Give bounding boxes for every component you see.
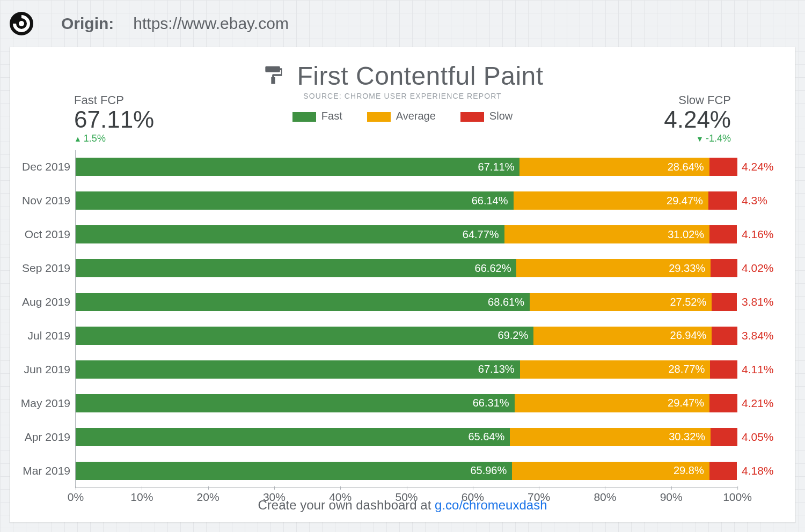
bar-segment-fast: 64.77% [76, 225, 504, 243]
bar-segment-fast: 67.13% [76, 360, 520, 379]
bar-row: Aug 201968.61%27.52%3.81% [76, 293, 737, 311]
bar-segment-average: 29.47% [515, 394, 709, 412]
origin-label: Origin: [61, 14, 114, 33]
origin-url: https://www.ebay.com [133, 14, 289, 33]
legend-fast: Fast [292, 110, 342, 122]
bar-segment-average: 26.94% [533, 327, 712, 345]
slow-value-label: 4.21% [742, 397, 793, 410]
kpi-slow-delta: ▼-1.4% [664, 133, 731, 144]
y-tick-label: May 2019 [13, 397, 70, 410]
bar-segment-average: 29.33% [516, 259, 711, 277]
slow-value-label: 3.81% [742, 295, 793, 308]
title-block: First Contentful Paint SOURCE: CHROME US… [10, 47, 795, 100]
y-tick-label: Oct 2019 [13, 228, 70, 241]
bar-segment-fast: 66.14% [76, 191, 514, 210]
bar-segment-slow [709, 225, 737, 243]
bar-segment-slow [710, 360, 737, 379]
bar-segment-slow [709, 158, 737, 176]
bar-segment-average: 31.02% [504, 225, 709, 243]
bar-segment-fast: 65.96% [76, 462, 512, 480]
bar-segment-fast: 67.11% [76, 158, 519, 176]
slow-value-label: 4.24% [742, 160, 793, 173]
header-bar: Origin: https://www.ebay.com [0, 0, 805, 47]
bar-segment-fast: 66.62% [76, 259, 516, 277]
footer-text: Create your own dashboard at [258, 498, 435, 512]
legend-average: Average [367, 110, 436, 122]
chart-panel: First Contentful Paint SOURCE: CHROME US… [10, 47, 795, 522]
bar-row: Apr 201965.64%30.32%4.05% [76, 428, 737, 446]
bar-segment-average: 30.32% [510, 428, 711, 446]
kpi-fast: Fast FCP 67.11% ▲1.5% [74, 93, 154, 144]
bar-row: Jul 201969.2%26.94%3.84% [76, 327, 737, 345]
bar-row: Nov 201966.14%29.47%4.3% [76, 191, 737, 210]
bar-segment-slow [709, 394, 737, 412]
bar-segment-fast: 65.64% [76, 428, 510, 446]
slow-value-label: 4.18% [742, 464, 793, 477]
bar-segment-slow [711, 428, 737, 446]
bar-row: Mar 201965.96%29.8%4.18% [76, 462, 737, 480]
slow-value-label: 3.84% [742, 329, 793, 342]
slow-value-label: 4.11% [742, 363, 793, 376]
slow-value-label: 4.3% [742, 194, 793, 207]
swatch-average-icon [367, 112, 391, 122]
y-tick-label: Mar 2019 [13, 464, 70, 477]
bar-row: Dec 201967.11%28.64%4.24% [76, 158, 737, 176]
footer-link[interactable]: g.co/chromeuxdash [435, 498, 547, 512]
bar-row: Oct 201964.77%31.02%4.16% [76, 225, 737, 243]
kpi-fast-value: 67.11% [74, 107, 154, 132]
bar-segment-fast: 66.31% [76, 394, 515, 412]
bar-segment-slow [711, 259, 737, 277]
y-tick-label: Aug 2019 [13, 295, 70, 308]
bar-segment-average: 27.52% [530, 293, 712, 311]
slow-value-label: 4.16% [742, 228, 793, 241]
bar-row: May 201966.31%29.47%4.21% [76, 394, 737, 412]
y-tick-label: Apr 2019 [13, 431, 70, 444]
y-tick-label: Sep 2019 [13, 262, 70, 275]
bar-segment-average: 29.47% [514, 191, 708, 210]
y-tick-label: Dec 2019 [13, 160, 70, 173]
arrow-up-icon: ▲ [74, 135, 82, 143]
swatch-fast-icon [292, 112, 316, 122]
y-tick-label: Nov 2019 [13, 194, 70, 207]
bar-segment-slow [712, 293, 737, 311]
legend-slow: Slow [460, 110, 513, 122]
bar-segment-slow [712, 327, 737, 345]
bar-row: Jun 201967.13%28.77%4.11% [76, 360, 737, 379]
kpi-fast-delta: ▲1.5% [74, 133, 154, 144]
arrow-down-icon: ▼ [696, 135, 704, 143]
bars-container: 0%10%20%30%40%50%60%70%80%90%100% Dec 20… [75, 150, 737, 488]
y-tick-label: Jul 2019 [13, 329, 70, 342]
kpi-fast-label: Fast FCP [74, 93, 154, 107]
bar-row: Sep 201966.62%29.33%4.02% [76, 259, 737, 277]
kpi-slow: Slow FCP 4.24% ▼-1.4% [664, 93, 731, 144]
chart-title: First Contentful Paint [297, 61, 543, 91]
bar-segment-average: 28.64% [519, 158, 709, 176]
bar-segment-average: 29.8% [512, 462, 709, 480]
kpi-slow-value: 4.24% [664, 107, 731, 132]
chrome-icon [10, 12, 33, 35]
kpi-slow-label: Slow FCP [664, 93, 731, 107]
swatch-slow-icon [460, 112, 484, 122]
footer: Create your own dashboard at g.co/chrome… [10, 498, 795, 513]
paint-roller-icon [261, 63, 285, 89]
bar-segment-average: 28.77% [520, 360, 711, 379]
bar-segment-fast: 68.61% [76, 293, 530, 311]
bar-segment-fast: 69.2% [76, 327, 533, 345]
y-tick-label: Jun 2019 [13, 363, 70, 376]
slow-value-label: 4.05% [742, 431, 793, 444]
bar-segment-slow [709, 462, 737, 480]
bar-segment-slow [708, 191, 737, 210]
plot-area: 0%10%20%30%40%50%60%70%80%90%100% Dec 20… [10, 150, 795, 488]
slow-value-label: 4.02% [742, 262, 793, 275]
